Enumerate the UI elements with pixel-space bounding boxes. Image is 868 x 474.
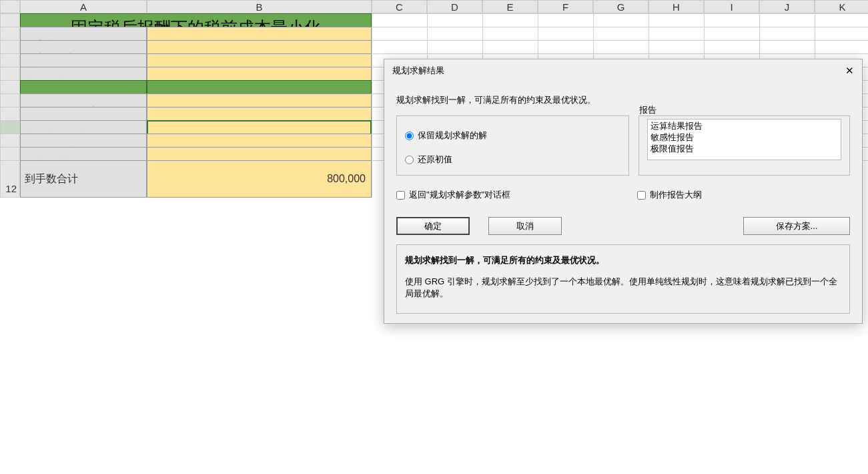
result-summary: 规划求解找到一解，可满足所有的约束及最优状况。 [405,254,841,266]
col-header-G[interactable]: G [593,0,648,13]
close-icon[interactable]: ✕ [845,65,854,77]
checkbox-outline-label: 制作报告大纲 [650,189,702,201]
report-item[interactable]: 运算结果报告 [650,121,838,132]
col-header-E[interactable]: E [482,0,538,13]
dialog-message: 规划求解找到一解，可满足所有的约束及最优状况。 [396,94,850,106]
cancel-button[interactable]: 取消 [488,217,562,235]
col-header-J[interactable]: J [759,0,815,13]
col-header-B[interactable]: B [147,0,372,13]
col-header-C[interactable]: C [372,0,427,13]
reports-fieldset: 报告 运算结果报告 敏感性报告 极限值报告 [638,115,850,176]
label-cell[interactable]: 到手数合计 [20,160,147,198]
radio-keep-solution[interactable]: 保留规划求解的解 [405,130,620,142]
radio-restore[interactable]: 还原初值 [405,154,620,166]
reports-listbox[interactable]: 运算结果报告 敏感性报告 极限值报告 [647,119,841,160]
col-header-A[interactable]: A [20,0,147,13]
col-header-F[interactable]: F [538,0,593,13]
save-scenario-button[interactable]: 保存方案... [743,217,850,235]
checkbox-return-input[interactable] [396,191,405,200]
result-explanation-box: 规划求解找到一解，可满足所有的约束及最优状况。 使用 GRG 引擎时，规划求解至… [396,244,850,314]
col-header-K[interactable]: K [815,0,868,13]
col-header-D[interactable]: D [427,0,482,13]
checkbox-outline[interactable]: 制作报告大纲 [637,189,850,201]
report-item[interactable]: 极限值报告 [650,144,838,155]
corner-cell[interactable] [0,0,20,13]
col-header-H[interactable]: H [648,0,704,13]
radio-restore-label: 还原初值 [418,154,452,166]
dialog-titlebar[interactable]: 规划求解结果 ✕ [384,59,862,82]
checkbox-return-params[interactable]: 返回"规划求解参数"对话框 [396,189,633,201]
reports-label: 报告 [639,104,657,116]
ok-button[interactable]: 确定 [396,217,470,235]
result-detail: 使用 GRG 引擎时，规划求解至少找到了一个本地最优解。使用单纯线性规划时，这意… [405,276,841,300]
radio-restore-input[interactable] [405,156,414,164]
radio-keep-input[interactable] [405,132,414,140]
radio-keep-label: 保留规划求解的解 [418,130,487,142]
checkbox-return-label: 返回"规划求解参数"对话框 [409,189,510,201]
dialog-title: 规划求解结果 [392,65,444,77]
row-header-12[interactable]: 12 [0,160,20,198]
checkbox-outline-input[interactable] [637,191,646,200]
solution-options-fieldset: 保留规划求解的解 还原初值 [396,115,629,176]
report-item[interactable]: 敏感性报告 [650,132,838,144]
value-cell[interactable]: 800,000 [147,160,372,198]
col-header-I[interactable]: I [704,0,759,13]
solver-results-dialog: 规划求解结果 ✕ 规划求解找到一解，可满足所有的约束及最优状况。 保留规划求解的… [384,59,863,324]
